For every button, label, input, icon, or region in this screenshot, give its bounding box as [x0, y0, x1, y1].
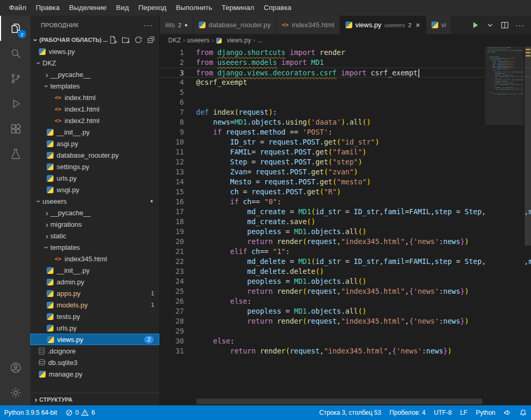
tree-item[interactable]: models.py1: [30, 299, 159, 311]
menu-item-Выделение[interactable]: Выделение: [64, 0, 112, 16]
code-editor[interactable]: 1from django.shortcuts import render2fro…: [160, 47, 531, 405]
cursor-position-status[interactable]: Строка 3, столбец 53: [315, 405, 385, 420]
activitybar-testing[interactable]: [0, 141, 30, 167]
breadcrumb-item[interactable]: ...: [257, 37, 263, 44]
code-line[interactable]: 13 Zvan= request.POST.get("zvan"): [160, 167, 531, 177]
menu-item-Терминал[interactable]: Терминал: [217, 0, 259, 16]
tree-item[interactable]: <>index2.html: [30, 115, 159, 126]
tree-item[interactable]: urls.py: [30, 322, 159, 334]
activitybar-account[interactable]: [0, 355, 30, 380]
code-line[interactable]: 20 return render(request,"index345.html"…: [160, 237, 531, 247]
tree-item[interactable]: <>index345.html: [30, 253, 159, 264]
new-file-icon[interactable]: [109, 36, 117, 44]
code-line[interactable]: 5: [160, 87, 531, 97]
code-line[interactable]: 30 else:: [160, 336, 531, 346]
menu-item-Переход[interactable]: Переход: [134, 0, 171, 16]
code-line[interactable]: 24 peopless = MD1.objects.all(): [160, 277, 531, 286]
code-line[interactable]: 29: [160, 326, 531, 336]
code-line[interactable]: 23 md_delete.delete(): [160, 267, 531, 277]
activitybar-search[interactable]: [0, 41, 30, 66]
activitybar-extensions[interactable]: [0, 116, 30, 141]
code-line[interactable]: 17 md_create = MD1(id_str = ID_str,famil…: [160, 207, 531, 217]
tree-item[interactable]: wsgi.py: [30, 184, 159, 195]
code-line[interactable]: 6: [160, 97, 531, 107]
horizontal-scrollbar[interactable]: [197, 399, 482, 404]
code-line[interactable]: 10 ID_str = request.POST.get("id_str"): [160, 137, 531, 147]
run-python-file-icon[interactable]: [471, 21, 480, 29]
editor-more-actions-icon[interactable]: ···: [515, 20, 525, 29]
code-line[interactable]: 27 peopless = MD1.objects.all(): [160, 306, 531, 316]
workspace-section-header[interactable]: › (РАБОЧАЯ ОБЛАСТЬ) ...: [30, 34, 159, 46]
split-editor-icon[interactable]: [501, 21, 509, 29]
tree-item[interactable]: urls.py: [30, 172, 159, 184]
activitybar-settings[interactable]: [0, 380, 30, 405]
tree-item[interactable]: ›templates: [30, 241, 159, 253]
tree-item[interactable]: apps.py1: [30, 288, 159, 299]
vertical-scrollbar-thumb[interactable]: [525, 47, 531, 246]
code-line[interactable]: 22 md_delete = MD1(id_str = ID_str,famil…: [160, 257, 531, 267]
code-line[interactable]: 31 return render(request,"index345.html"…: [160, 346, 531, 356]
language-mode-status[interactable]: Python: [472, 405, 500, 420]
menu-item-Справка[interactable]: Справка: [259, 0, 296, 16]
code-line[interactable]: 15 ch = request.POST.get("R"): [160, 187, 531, 197]
tree-item[interactable]: admin.py: [30, 276, 159, 288]
problems-status[interactable]: 0 6: [61, 405, 99, 420]
breadcrumb-item[interactable]: views.py: [216, 37, 251, 44]
tab-iiits[interactable]: iiits2●: [160, 16, 193, 34]
tree-item[interactable]: ›__pycache__: [30, 69, 159, 80]
code-line[interactable]: 25 return render(request,"index345.html"…: [160, 286, 531, 296]
code-line[interactable]: 19 peopless = MD1.objects.all(): [160, 227, 531, 237]
tree-item[interactable]: ›DKZ: [30, 57, 159, 69]
indentation-status[interactable]: Пробелов: 4: [385, 405, 430, 420]
tree-item[interactable]: settings.py: [30, 161, 159, 172]
tree-item[interactable]: <>index.html: [30, 92, 159, 103]
encoding-status[interactable]: UTF-8: [430, 405, 456, 420]
code-line[interactable]: 3from django.views.decorators.csrf impor…: [160, 68, 531, 78]
tree-item[interactable]: ›templates: [30, 80, 159, 92]
refresh-icon[interactable]: [134, 36, 143, 44]
tab-views.py[interactable]: views.pyuseeers2×: [340, 16, 426, 34]
tree-item[interactable]: tests.py: [30, 311, 159, 322]
code-line[interactable]: 2from useeers.models import MD1: [160, 58, 531, 68]
tree-item[interactable]: ›migrations: [30, 218, 159, 230]
activitybar-run-debug[interactable]: [0, 91, 30, 116]
horizontal-scrollbar-thumb[interactable]: [197, 399, 482, 404]
tab-close-icon[interactable]: ×: [416, 20, 420, 29]
breadcrumb-item[interactable]: useeers: [187, 37, 210, 44]
new-folder-icon[interactable]: [122, 36, 130, 44]
tree-item[interactable]: .dcignore: [30, 345, 159, 357]
tree-item[interactable]: views.py: [30, 46, 159, 57]
activitybar-source-control[interactable]: [0, 66, 30, 91]
python-interpreter-status[interactable]: Python 3.9.5 64-bit: [0, 405, 61, 420]
eol-status[interactable]: LF: [456, 405, 472, 420]
feedback-status[interactable]: [500, 405, 515, 420]
minimap[interactable]: from django.shortcuts import renderfrom …: [485, 47, 524, 405]
sidebar-more-actions-button[interactable]: ···: [144, 20, 153, 29]
tree-item[interactable]: ›static: [30, 230, 159, 241]
code-line[interactable]: 1from django.shortcuts import render: [160, 48, 531, 58]
tree-item[interactable]: db.sqlite3: [30, 357, 159, 368]
tree-item[interactable]: __init__.py: [30, 264, 159, 276]
run-dropdown-chevron-icon[interactable]: [486, 21, 494, 29]
code-line[interactable]: return render(request,"index345.html",{'…: [485, 89, 524, 90]
code-line[interactable]: 26 else:: [160, 296, 531, 306]
code-line[interactable]: 4@csrf_exempt: [160, 78, 531, 87]
tree-item[interactable]: views.py2: [30, 334, 159, 345]
code-line[interactable]: 11 FAMIL= request.POST.get("famil"): [160, 147, 531, 157]
code-line[interactable]: 7def index(request):: [160, 107, 531, 117]
breadcrumb-item[interactable]: DKZ: [168, 37, 181, 44]
vertical-scrollbar[interactable]: [525, 47, 531, 405]
collapse-all-icon[interactable]: [147, 36, 155, 44]
tree-item[interactable]: database_roouter.py: [30, 149, 159, 161]
code-line[interactable]: 28 return render(request,"index345.html"…: [160, 316, 531, 326]
code-line[interactable]: 16 if ch== "0":: [160, 197, 531, 207]
tab-database_roouter.py[interactable]: database_roouter.py: [193, 16, 277, 34]
code-line[interactable]: 12 Step = request.POST.get("step"): [160, 157, 531, 167]
tree-item[interactable]: __init__.py: [30, 126, 159, 138]
tree-item[interactable]: ›__pycache__: [30, 207, 159, 218]
menu-item-Выполнить[interactable]: Выполнить: [171, 0, 216, 16]
code-line[interactable]: 21 elif ch== "1":: [160, 247, 531, 257]
code-line[interactable]: 14 Mesto = request.POST.get("mesto"): [160, 177, 531, 187]
menu-item-Вид[interactable]: Вид: [111, 0, 133, 16]
tab-vi[interactable]: vi: [426, 16, 452, 34]
